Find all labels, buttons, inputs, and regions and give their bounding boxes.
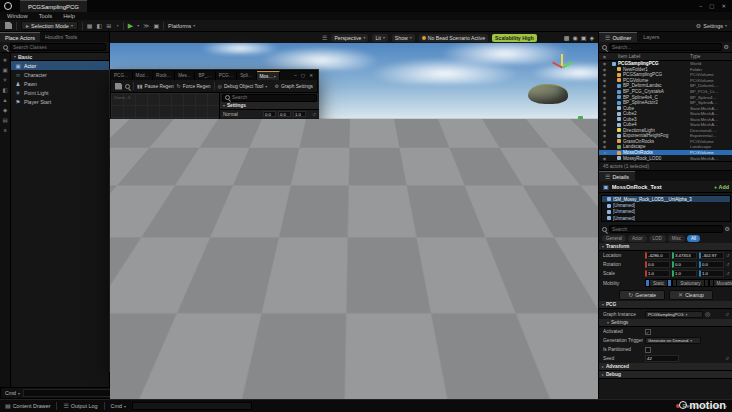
graph-instance-combo[interactable]: PCGSamplingPCG▾ [645, 311, 703, 318]
advanced-section-header[interactable]: ▸Advanced [599, 363, 732, 371]
outliner-row[interactable]: ◉ ExponentialHeightFog Exponential… [599, 133, 732, 139]
reset-icon[interactable]: ↺ [312, 183, 316, 188]
visibility-eye-icon[interactable]: ◉ [601, 83, 608, 88]
visibility-eye-icon[interactable]: ◉ [601, 89, 608, 94]
normal-x-field[interactable]: 0.0 [263, 111, 276, 117]
scale-x-field[interactable]: 1.0 [645, 270, 670, 277]
snap-icon[interactable]: ▣ [581, 34, 587, 41]
cmd-dropdown[interactable]: Cmd▾ [111, 403, 126, 409]
pcg-node[interactable]: Surface Sampler [115, 179, 149, 196]
reset-icon[interactable]: ↺ [725, 312, 729, 317]
activated-checkbox[interactable]: ✓ [645, 329, 651, 335]
filter-pill[interactable]: Misc [668, 235, 685, 242]
level-tab[interactable]: PCGSamplingPCG [20, 0, 87, 12]
density-mode-combo[interactable]: Set▾ [263, 138, 293, 145]
place-actors-category-header[interactable]: ▾Basic [11, 53, 109, 61]
effects-category-icon[interactable]: ◆ [3, 107, 7, 113]
seed-field[interactable]: 42 [645, 355, 679, 362]
console-input[interactable] [23, 389, 247, 397]
outliner-settings-gear-icon[interactable]: ⚙ [724, 44, 729, 50]
maximize-viewport-icon[interactable]: ◈ [589, 34, 594, 41]
all-classes-category-icon[interactable]: ≡ [3, 127, 6, 133]
filter-pill[interactable]: Actor [628, 235, 647, 242]
reset-icon[interactable]: ↺ [312, 194, 316, 199]
viewport-menu-icon[interactable]: ☰ [322, 35, 327, 41]
tab-outliner[interactable]: ☰Outliner [599, 32, 637, 42]
data-filter-combo[interactable]: No data available▾ [159, 290, 211, 297]
browse-to-asset-icon[interactable]: ◎ [705, 311, 710, 317]
play-button[interactable]: ▶ [128, 22, 133, 30]
place-actors-search-input[interactable] [13, 45, 103, 50]
debug-section-header[interactable]: ▾Debug [220, 146, 319, 154]
visibility-eye-icon[interactable]: ◉ [601, 72, 608, 77]
visibility-eye-icon[interactable]: ◉ [601, 95, 608, 100]
camera-speed-icon[interactable]: ▩ [564, 34, 570, 41]
point-scale-field[interactable]: 0.039688 [263, 173, 291, 179]
details-search-input[interactable] [612, 227, 720, 232]
attr-table-icon[interactable]: ▦ [114, 290, 120, 296]
details-settings-gear-icon[interactable]: ⚙ [725, 226, 730, 232]
visibility-eye-icon[interactable]: ◉ [601, 144, 608, 149]
play-options-caret[interactable]: ▾ [137, 23, 139, 28]
asset-editor-tab[interactable]: PCG…▾ [111, 71, 133, 80]
location-x-field[interactable]: -4286.0 [645, 252, 670, 259]
outliner-row[interactable]: ◉ Cube4 StaticMeshA… [599, 122, 732, 128]
stop-button[interactable]: ▣ [153, 23, 159, 29]
visibility-eye-icon[interactable]: ◉ [601, 106, 608, 111]
reset-icon[interactable]: ↺ [312, 121, 316, 126]
scale-y-field[interactable]: 1.0 [672, 270, 697, 277]
strength-field[interactable]: 1.0 [263, 129, 285, 135]
cmd-dropdown[interactable]: Cmd▾ [5, 390, 20, 396]
asset-editor-tab[interactable]: Spli…▾ [237, 71, 256, 80]
pcg-close-button[interactable]: ✕ [309, 73, 313, 78]
visibility-eye-icon[interactable]: ◉ [601, 133, 608, 138]
tab-place-actors[interactable]: Place Actors [0, 32, 40, 42]
place-actor-item[interactable]: ▣ Actor [11, 61, 109, 70]
normal-z-field[interactable]: 1.0 [293, 111, 306, 117]
cinematic-category-icon[interactable]: ▲ [2, 97, 7, 103]
outliner-row[interactable]: ◉ MossyRock_LOD0 StaticMeshA… [599, 155, 732, 161]
force-regen-button[interactable]: ↻Force Regen [177, 84, 211, 89]
visibility-eye-icon[interactable]: ◉ [601, 78, 608, 83]
outliner-row[interactable]: ◉ BP_PCG_CrystalsA BP_PCG_Cr… [599, 89, 732, 95]
selection-mode-button[interactable]: ▸ Selection Mode▾ [21, 21, 78, 30]
generation-trigger-combo[interactable]: Generate on Demand▾ [645, 337, 701, 344]
visibility-eye-icon[interactable]: ◉ [601, 122, 608, 127]
rotation-x-field[interactable]: 0.0 [645, 261, 670, 268]
recently-placed-icon[interactable]: ★ [3, 57, 8, 63]
maximize-button[interactable]: ▢ [709, 3, 714, 9]
reset-icon[interactable]: ↺ [312, 112, 316, 117]
shapes-category-icon[interactable]: ◧ [2, 87, 7, 93]
visibility-eye-icon[interactable]: ◉ [601, 111, 608, 116]
material-override-combo[interactable]: None▾ [263, 205, 289, 212]
pcg-graph-canvas[interactable]: Zoom -5 Surface Sampler Transform Poin [111, 93, 219, 286]
tab-layers[interactable]: Layers [637, 32, 665, 42]
location-z-field[interactable]: -302.97 [699, 252, 724, 259]
asset-editor-tab[interactable]: Mos…▾ [257, 71, 280, 80]
pause-regen-button[interactable]: ▮▮Pause Regen [137, 84, 174, 89]
mobility-option[interactable]: Movable [709, 279, 732, 287]
add-component-button[interactable]: + Add [714, 184, 729, 190]
generate-button[interactable]: ↻Generate [619, 290, 665, 300]
outliner-row[interactable]: ◉ BP_DeformLandsc BP_DeformL… [599, 83, 732, 89]
visibility-eye-icon[interactable]: ◉ [601, 156, 608, 161]
place-actor-item[interactable]: ☀ Point Light [11, 88, 109, 97]
close-button[interactable]: ✕ [721, 3, 726, 9]
save-icon[interactable] [115, 83, 122, 90]
reset-icon[interactable]: ↺ [726, 271, 730, 276]
revision-control-label[interactable]: Revision Control [272, 365, 307, 370]
tab-houdini-tools[interactable]: Houdini Tools [40, 32, 82, 42]
status-cmd-input[interactable] [132, 402, 252, 410]
attr-search-input[interactable] [223, 291, 237, 296]
visibility-eye-icon[interactable]: ◉ [601, 139, 608, 144]
scale-z-field[interactable]: 1.0 [699, 270, 724, 277]
place-actor-item[interactable]: ☺ Character [11, 70, 109, 79]
save-icon[interactable] [5, 22, 12, 29]
debug-checkbox[interactable] [263, 164, 269, 170]
transform-section-header[interactable]: ▾Transform [599, 243, 732, 251]
outliner-row[interactable]: ◉ BP_SplineActor2 BP_SplineA… [599, 100, 732, 106]
outliner-search-input[interactable] [612, 45, 719, 50]
perspective-button[interactable]: Perspective▾ [331, 34, 368, 42]
geometry-category-icon[interactable]: ▤ [2, 117, 7, 123]
asset-editor-tab[interactable]: Mod…▾ [133, 71, 154, 80]
